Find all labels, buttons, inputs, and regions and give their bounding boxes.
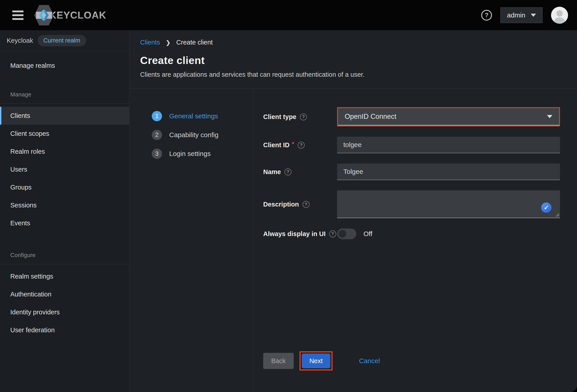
current-realm-chip[interactable]: Current realm <box>37 35 86 46</box>
help-icon[interactable]: ? <box>285 169 291 176</box>
sidebar: Keycloak Current realm Manage realms Man… <box>0 30 129 392</box>
keycloak-logo-icon <box>34 4 54 26</box>
client-type-select[interactable]: OpenID Connect <box>338 108 559 126</box>
name-label: Name ? <box>263 168 337 176</box>
keycloak-logo[interactable]: KEYCLOAK <box>34 4 106 26</box>
chevron-down-icon <box>531 14 536 17</box>
annotation-highlight: Next <box>299 351 333 370</box>
next-button[interactable]: Next <box>302 354 330 368</box>
sidebar-item-users[interactable]: Users <box>0 160 129 178</box>
sidebar-item-clients[interactable]: Clients <box>0 107 129 125</box>
always-display-row: Always display in UI ? Off <box>263 228 560 239</box>
name-input[interactable] <box>337 164 560 180</box>
toggle-state-label: Off <box>363 230 372 238</box>
sidebar-item-identity-providers[interactable]: Identity providers <box>0 303 129 321</box>
toggle-knob <box>339 230 346 238</box>
sidebar-item-client-scopes[interactable]: Client scopes <box>0 125 129 143</box>
breadcrumb-clients-link[interactable]: Clients <box>140 39 160 46</box>
chevron-right-icon: ❯ <box>166 39 171 46</box>
back-button[interactable]: Back <box>263 353 294 369</box>
cancel-link[interactable]: Cancel <box>359 357 380 365</box>
breadcrumb-current: Create client <box>176 39 213 46</box>
always-display-toggle[interactable] <box>337 228 356 239</box>
sidebar-item-realm-settings[interactable]: Realm settings <box>0 267 129 285</box>
description-row: Description ? ✓ <box>263 190 560 218</box>
extension-check-badge[interactable]: ✓ <box>541 203 551 213</box>
help-icon[interactable]: ? <box>298 142 305 148</box>
step-number: 2 <box>152 130 162 140</box>
wizard-step-capability-config[interactable]: 2 Capability config <box>152 126 253 144</box>
required-asterisk: * <box>292 141 294 148</box>
wizard-footer: Back Next Cancel <box>263 351 560 370</box>
sidebar-item-groups[interactable]: Groups <box>0 178 129 196</box>
client-type-label: Client type ? <box>263 113 337 121</box>
always-display-label: Always display in UI ? <box>263 230 337 238</box>
person-icon <box>551 8 568 24</box>
hamburger-menu-icon[interactable] <box>12 10 24 20</box>
sidebar-item-events[interactable]: Events <box>0 214 129 232</box>
client-id-row: Client ID * ? <box>263 137 560 153</box>
wizard-form: Client type ? OpenID Connect <box>253 88 577 392</box>
brand-text: KEYCLOAK <box>49 10 106 21</box>
breadcrumb: Clients ❯ Create client <box>140 39 566 46</box>
description-textarea[interactable] <box>337 190 560 218</box>
avatar[interactable] <box>551 7 568 24</box>
sidebar-item-manage-realms[interactable]: Manage realms <box>0 57 129 74</box>
masthead: KEYCLOAK ? admin <box>0 0 577 30</box>
workspace-label: Keycloak <box>7 37 33 44</box>
help-icon[interactable]: ? <box>303 201 310 208</box>
help-icon[interactable]: ? <box>329 230 336 237</box>
client-id-label: Client ID * ? <box>263 142 337 149</box>
page-header: Clients ❯ Create client Create client Cl… <box>129 30 577 88</box>
sidebar-item-sessions[interactable]: Sessions <box>0 196 129 214</box>
wizard-step-login-settings[interactable]: 3 Login settings <box>152 144 253 163</box>
name-row: Name ? <box>263 164 560 180</box>
help-icon[interactable]: ? <box>300 113 307 120</box>
sidebar-item-user-federation[interactable]: User federation <box>0 321 129 339</box>
client-id-input[interactable] <box>337 137 560 153</box>
page-title: Create client <box>140 54 566 67</box>
help-icon[interactable]: ? <box>481 10 492 21</box>
sidebar-item-authentication[interactable]: Authentication <box>0 285 129 303</box>
annotation-highlight: OpenID Connect <box>337 107 560 126</box>
step-number: 1 <box>152 111 162 121</box>
sidebar-item-realm-roles[interactable]: Realm roles <box>0 143 129 160</box>
sidebar-section-manage: Manage <box>0 91 129 103</box>
sidebar-section-configure: Configure <box>0 252 129 264</box>
wizard-nav: 1 General settings 2 Capability config 3… <box>129 88 253 392</box>
caret-down-icon <box>547 115 552 118</box>
user-name: admin <box>507 11 525 19</box>
page-subtitle: Clients are applications and services th… <box>140 71 566 88</box>
step-number: 3 <box>152 148 162 159</box>
main-content: Clients ❯ Create client Create client Cl… <box>129 30 577 392</box>
description-textarea-wrap: ✓ <box>337 190 560 218</box>
wizard-step-general-settings[interactable]: 1 General settings <box>152 107 253 126</box>
client-type-row: Client type ? OpenID Connect <box>263 107 560 126</box>
user-menu-dropdown[interactable]: admin <box>501 7 542 23</box>
realm-selector[interactable]: Keycloak Current realm <box>0 30 129 51</box>
description-label: Description ? <box>263 201 337 208</box>
resize-grip-icon[interactable] <box>554 212 559 217</box>
